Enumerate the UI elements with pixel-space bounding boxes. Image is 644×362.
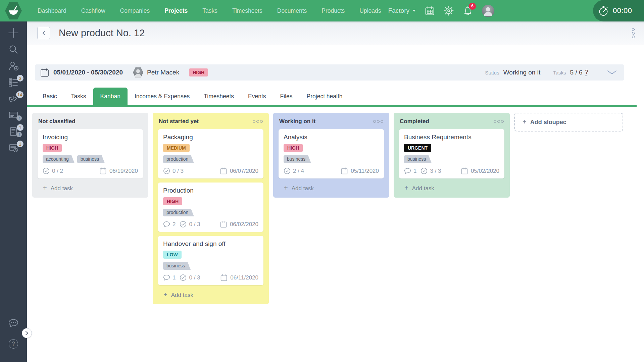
priority-badge: MEDIUM <box>163 144 190 152</box>
app-logo[interactable] <box>0 2 27 20</box>
nav-link-uploads[interactable]: Uploads <box>359 7 381 14</box>
sidebar-expand-button[interactable] <box>22 328 32 338</box>
column-header: Completed <box>399 117 504 125</box>
project-tabs: BasicTasksKanbanIncomes & ExpensesTimesh… <box>36 88 644 105</box>
nav-link-cashflow[interactable]: Cashflow <box>81 7 105 14</box>
due-date: 05/02/2020 <box>461 167 499 174</box>
due-date: 05/11/2020 <box>341 167 379 174</box>
todo-list-button[interactable]: 3 <box>7 78 19 86</box>
nav-link-dashboard[interactable]: Dashboard <box>38 7 66 14</box>
add-task-button[interactable]: Add task <box>38 183 143 193</box>
column-header: Working on it <box>279 117 384 125</box>
chat-button[interactable] <box>0 318 27 328</box>
card-title: Handover and sign off <box>163 240 258 248</box>
add-column-button[interactable]: Add sloupec <box>514 113 623 132</box>
add-task-button[interactable]: Add task <box>279 183 384 193</box>
chevron-down-icon <box>412 10 416 12</box>
tab-timesheets[interactable]: Timesheets <box>197 88 241 105</box>
priority-badge: LOW <box>163 251 182 259</box>
kanban-card[interactable]: Business Requirements URGENT business 1 … <box>399 129 504 178</box>
tab-incomes-expenses[interactable]: Incomes & Expenses <box>128 88 197 105</box>
notification-count-badge: 6 <box>469 3 476 10</box>
help-button[interactable] <box>0 339 27 349</box>
search-button[interactable] <box>7 45 19 53</box>
check-circle-icon <box>43 167 50 174</box>
tab-kanban[interactable]: Kanban <box>93 88 128 105</box>
invite-user-button[interactable] <box>7 62 19 70</box>
billing-button[interactable] <box>7 111 19 119</box>
settings-gear-icon[interactable] <box>444 6 454 16</box>
add-task-button[interactable]: Add task <box>399 183 504 193</box>
project-owner-name[interactable]: Petr Macek <box>147 69 179 76</box>
nav-link-documents[interactable]: Documents <box>277 7 307 14</box>
page-menu-kebab-icon[interactable] <box>631 27 636 40</box>
nav-link-timesheets[interactable]: Timesheets <box>232 7 262 14</box>
plus-icon <box>8 27 19 39</box>
project-date-range[interactable]: 05/01/2020 - 05/30/2020 <box>53 69 123 76</box>
workspace-switcher[interactable]: Factory <box>388 7 416 14</box>
column-title: Completed <box>400 118 429 125</box>
tab-basic[interactable]: Basic <box>36 88 64 105</box>
calendar-icon <box>220 221 227 228</box>
card-footer: 1 0 / 3 06/11/2020 <box>163 274 258 281</box>
nav-link-projects[interactable]: Projects <box>164 7 188 14</box>
user-avatar[interactable] <box>482 5 494 17</box>
tag: business <box>163 262 188 270</box>
calendar-icon[interactable] <box>425 6 435 16</box>
subtask-progress: 0 / 3 <box>180 221 200 228</box>
column-menu-icon[interactable] <box>253 119 263 124</box>
kanban-card[interactable]: Analysis HIGH business 2 / 4 <box>279 129 384 178</box>
tab-project-health[interactable]: Project health <box>300 88 350 105</box>
card-footer: 0 / 3 06/07/2020 <box>163 167 258 174</box>
todo-count-badge: 3 <box>17 75 23 82</box>
card-title: Production <box>163 187 258 194</box>
tab-tasks[interactable]: Tasks <box>64 88 93 105</box>
collapse-chevron-icon[interactable] <box>607 70 617 75</box>
tag: accounting <box>43 155 71 163</box>
column-menu-icon[interactable] <box>494 119 504 124</box>
subtask-progress: 2 / 4 <box>284 167 304 174</box>
invoices-button[interactable]: 1 <box>7 127 19 136</box>
page-header: New product No. 12 <box>27 21 644 45</box>
nav-link-companies[interactable]: Companies <box>120 7 150 14</box>
timer-button[interactable]: 00:00 <box>593 0 644 21</box>
page-title: New product No. 12 <box>59 28 145 39</box>
calendar-icon <box>40 68 49 77</box>
column-title: Not started yet <box>159 118 199 125</box>
status-value[interactable]: Working on it <box>503 69 541 76</box>
owner-avatar[interactable] <box>133 67 143 78</box>
invoices-count-badge: 1 <box>17 124 23 131</box>
left-sidebar: 3 14 1 2 <box>0 21 27 362</box>
add-task-button[interactable]: Add task <box>158 289 263 299</box>
tab-events[interactable]: Events <box>241 88 273 105</box>
card-title: Business Requirements <box>404 134 499 141</box>
nav-link-tasks[interactable]: Tasks <box>202 7 217 14</box>
tab-files[interactable]: Files <box>273 88 300 105</box>
approvals-button[interactable]: 14 <box>7 95 19 103</box>
nav-link-products[interactable]: Products <box>321 7 345 14</box>
kanban-card[interactable]: Invoicing HIGH accountingbusiness 0 / 2 <box>38 129 143 178</box>
tag: business <box>284 155 308 163</box>
priority-badge: HIGH <box>284 144 303 152</box>
reports-button[interactable]: 2 <box>7 144 19 152</box>
calendar-icon <box>100 167 106 174</box>
check-circle-icon <box>420 167 428 174</box>
notifications-bell[interactable]: 6 <box>463 6 473 16</box>
kanban-card[interactable]: Packaging MEDIUM production 0 / 3 <box>158 129 263 178</box>
reports-count-badge: 2 <box>17 141 23 147</box>
card-footer: 0 / 2 06/19/2020 <box>43 167 138 174</box>
kanban-card[interactable]: Handover and sign off LOW business 1 0 /… <box>158 236 263 285</box>
tag: business <box>404 155 429 163</box>
kanban-card[interactable]: Production HIGH production 2 0 / 3 <box>158 183 263 232</box>
person-silhouette-icon <box>133 67 143 78</box>
card-tags: business <box>404 155 499 163</box>
approvals-count-badge: 14 <box>16 91 23 98</box>
add-new-button[interactable] <box>7 29 19 37</box>
column-title: Not classified <box>38 118 76 125</box>
kanban-column: Completed Business Requirements URGENT b… <box>394 113 510 198</box>
back-button[interactable] <box>37 27 50 39</box>
column-menu-icon[interactable] <box>373 119 383 124</box>
card-tags: production <box>163 155 258 163</box>
tasks-help-link[interactable]: ? <box>585 69 588 76</box>
kanban-column: Not classified Invoicing HIGH accounting… <box>32 113 148 198</box>
